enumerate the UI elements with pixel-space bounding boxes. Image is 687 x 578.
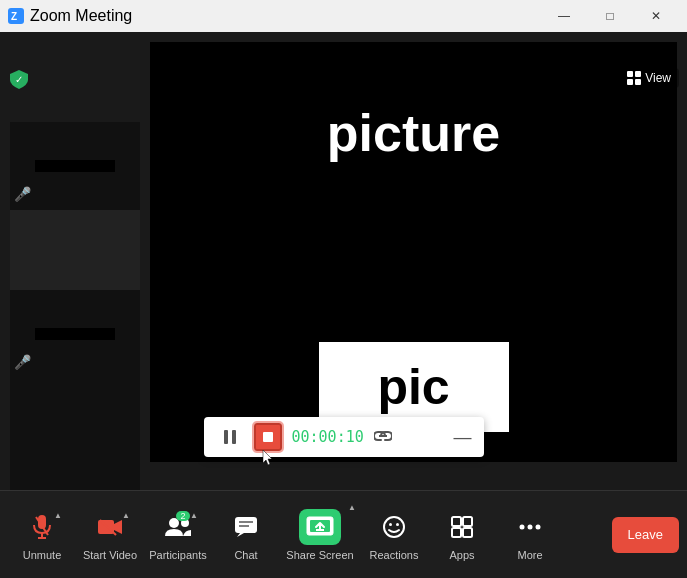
video-icon: [97, 517, 123, 537]
svg-rect-7: [224, 430, 228, 444]
grid-icon: [627, 71, 641, 85]
zoom-app-icon: Z: [8, 8, 24, 24]
participants-button[interactable]: 2 ▲ Participants: [144, 495, 212, 575]
chat-icon-wrap: [228, 509, 264, 545]
pause-button[interactable]: [216, 423, 244, 451]
share-screen-chevron: ▲: [348, 503, 356, 512]
view-label: View: [645, 71, 671, 85]
cursor-indicator: [262, 449, 274, 467]
share-screen-button[interactable]: Share Screen ▲: [280, 495, 360, 575]
recording-toolbar: 00:00:10 —: [204, 417, 484, 457]
svg-rect-18: [235, 517, 257, 533]
picture-text: picture: [327, 104, 500, 162]
more-icon: [518, 523, 542, 531]
bottom-toolbar: ▲ Unmute ▲ Start Video: [0, 490, 687, 578]
share-screen-label: Share Screen: [286, 549, 353, 561]
svg-point-25: [389, 523, 392, 526]
chat-label: Chat: [234, 549, 257, 561]
sidebar-videos: 🎤 🎤: [10, 42, 140, 512]
video-thumb-2: 🎤: [10, 126, 140, 206]
more-button[interactable]: More: [496, 495, 564, 575]
apps-label: Apps: [449, 549, 474, 561]
svg-rect-4: [635, 71, 641, 77]
svg-rect-8: [232, 430, 236, 444]
title-bar-left: Z Zoom Meeting: [8, 7, 132, 25]
video-thumb-3: [10, 210, 140, 290]
reactions-icon-wrap: [376, 509, 412, 545]
stop-record-button[interactable]: [254, 423, 282, 451]
stop-button-container: [254, 423, 282, 451]
link-button[interactable]: [374, 428, 392, 446]
view-button[interactable]: View: [619, 68, 679, 88]
svg-rect-6: [635, 79, 641, 85]
svg-rect-30: [463, 528, 472, 537]
reactions-button[interactable]: Reactions: [360, 495, 428, 575]
reactions-label: Reactions: [370, 549, 419, 561]
participants-chevron: ▲: [190, 511, 198, 520]
more-label: More: [517, 549, 542, 561]
mic-muted-icon-2: 🎤: [14, 354, 31, 370]
mic-muted-icon: 🎤: [14, 186, 31, 202]
video-icon-wrap: ▲: [92, 509, 128, 545]
share-screen-icon-bg: [299, 509, 341, 545]
title-bar-title: Zoom Meeting: [30, 7, 132, 25]
unmute-chevron: ▲: [54, 511, 62, 520]
svg-point-26: [396, 523, 399, 526]
apps-button[interactable]: Apps: [428, 495, 496, 575]
svg-point-33: [536, 524, 541, 529]
share-screen-icon: [306, 516, 334, 538]
svg-text:Z: Z: [11, 11, 17, 22]
apps-icon: [450, 515, 474, 539]
svg-point-24: [384, 517, 404, 537]
svg-rect-29: [452, 528, 461, 537]
title-bar: Z Zoom Meeting — □ ✕: [0, 0, 687, 32]
chat-icon: [234, 516, 258, 538]
video-chevron: ▲: [122, 511, 130, 520]
svg-point-32: [528, 524, 533, 529]
close-button[interactable]: ✕: [633, 0, 679, 32]
svg-rect-27: [452, 517, 461, 526]
participants-badge: 2: [176, 511, 190, 521]
svg-rect-5: [627, 79, 633, 85]
shield-badge: ✓: [8, 68, 30, 94]
svg-rect-3: [627, 71, 633, 77]
content-box-text: pic: [377, 358, 449, 416]
svg-point-31: [520, 524, 525, 529]
unmute-button[interactable]: ▲ Unmute: [8, 495, 76, 575]
title-bar-controls: — □ ✕: [541, 0, 679, 32]
mic-icon-wrap: ▲: [24, 509, 60, 545]
svg-rect-28: [463, 517, 472, 526]
screen-share-area: picture pic: [150, 42, 677, 462]
unmute-label: Unmute: [23, 549, 62, 561]
start-video-label: Start Video: [83, 549, 137, 561]
minimize-button[interactable]: —: [541, 0, 587, 32]
video-thumb-4: 🎤: [10, 294, 140, 374]
start-video-button[interactable]: ▲ Start Video: [76, 495, 144, 575]
mic-icon: [31, 514, 53, 540]
maximize-button[interactable]: □: [587, 0, 633, 32]
leave-button[interactable]: Leave: [612, 517, 679, 553]
collapse-button[interactable]: —: [454, 427, 472, 448]
svg-text:✓: ✓: [15, 74, 23, 85]
participants-label: Participants: [149, 549, 206, 561]
meeting-area: ✓ View 🎤 🎤: [0, 32, 687, 522]
more-icon-wrap: [512, 509, 548, 545]
toolbar-left-group: ▲ Unmute ▲ Start Video: [8, 495, 564, 575]
reactions-icon: [382, 515, 406, 539]
chat-button[interactable]: Chat: [212, 495, 280, 575]
apps-icon-wrap: [444, 509, 480, 545]
recording-timer: 00:00:10: [292, 428, 364, 446]
participants-icon-wrap: 2 ▲: [160, 509, 196, 545]
